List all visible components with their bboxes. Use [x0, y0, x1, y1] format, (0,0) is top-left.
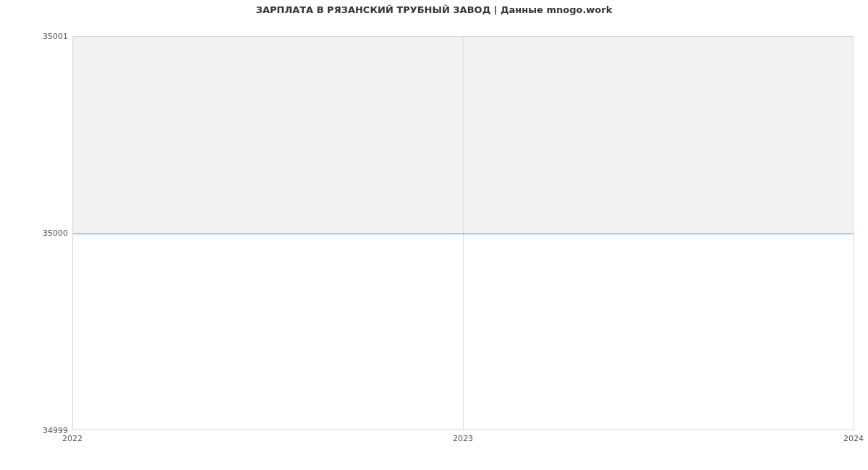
- series-line: [73, 234, 853, 234]
- x-tick-2024: 2024: [843, 434, 864, 443]
- y-tick-35001: 35001: [3, 32, 68, 41]
- x-tick-2023: 2023: [453, 434, 473, 443]
- plot-area: [72, 36, 854, 430]
- chart-title: ЗАРПЛАТА В РЯЗАНСКИЙ ТРУБНЫЙ ЗАВОД | Дан…: [0, 4, 868, 15]
- x-tick-2022: 2022: [62, 434, 82, 443]
- y-tick-34999: 34999: [3, 426, 68, 435]
- y-tick-35000: 35000: [3, 228, 68, 238]
- salary-chart: ЗАРПЛАТА В РЯЗАНСКИЙ ТРУБНЫЙ ЗАВОД | Дан…: [0, 0, 868, 470]
